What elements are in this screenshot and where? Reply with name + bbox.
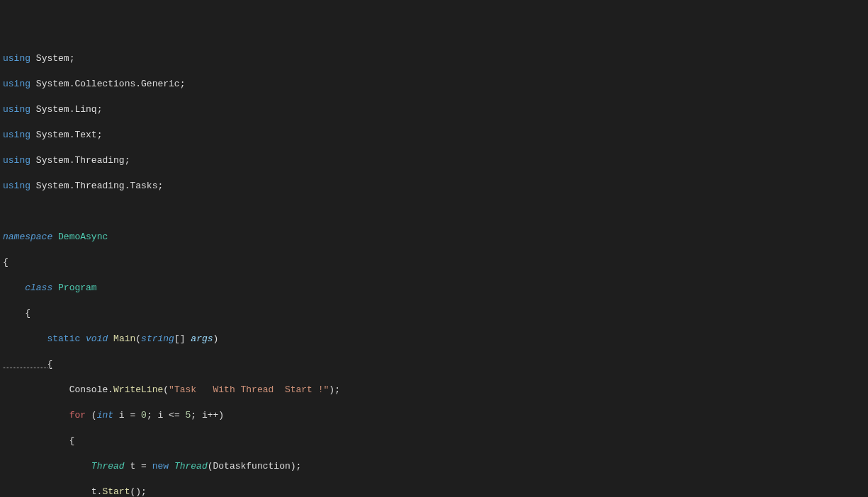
code-line[interactable]: class Program (3, 282, 865, 295)
type-thread: Thread (174, 461, 208, 472)
keyword-void: void (86, 333, 108, 344)
code-line[interactable]: namespace DemoAsync (3, 231, 865, 244)
code-line[interactable]: Thread t = new Thread(Dotaskfunction); (3, 460, 865, 473)
keyword-using: using (3, 130, 30, 140)
keyword-static: static (47, 333, 80, 344)
class-name: Program (58, 282, 97, 293)
var-i: i (119, 410, 125, 421)
code-line[interactable]: static void Main(string[] args) (3, 333, 865, 345)
keyword-using: using (3, 104, 30, 115)
code-line[interactable]: t.Start(); (3, 486, 865, 497)
namespace-ref: System.Threading.Tasks (36, 181, 158, 191)
namespace-name: DemoAsync (58, 232, 108, 242)
keyword-for: for (69, 410, 86, 421)
code-line[interactable]: { (3, 435, 865, 447)
keyword-int: int (97, 410, 113, 421)
keyword-class: class (25, 282, 52, 293)
code-line[interactable]: using System; (3, 52, 865, 65)
keyword-namespace: namespace (3, 232, 52, 242)
code-line[interactable]: { (3, 256, 865, 269)
keyword-using: using (3, 181, 30, 191)
method-writeline: WriteLine (113, 384, 163, 395)
code-line[interactable]: Console.WriteLine("Task With Thread Star… (3, 384, 865, 396)
keyword-using: using (3, 155, 30, 166)
param-args: args (191, 333, 213, 344)
type-thread: Thread (91, 461, 125, 472)
code-line[interactable]: using System.Text; (3, 129, 865, 142)
namespace-ref: System.Threading (36, 155, 125, 166)
namespace-ref: System.Collections.Generic (36, 79, 180, 89)
keyword-new: new (152, 461, 169, 472)
method-ref: Dotaskfunction (213, 461, 291, 472)
namespace-ref: System.Text (36, 130, 97, 140)
code-line[interactable] (3, 205, 865, 218)
code-line[interactable]: using System.Threading; (3, 154, 865, 167)
code-line[interactable]: using System.Threading.Tasks; (3, 180, 865, 193)
number: 0 (141, 410, 147, 421)
string-literal: "Task With Thread Start !" (169, 384, 329, 395)
keyword-using: using (3, 53, 30, 64)
code-line[interactable]: using System.Collections.Generic; (3, 78, 865, 91)
code-line[interactable]: using System.Linq; (3, 103, 865, 116)
code-line[interactable]: for (int i = 0; i <= 5; i++) (3, 409, 865, 422)
namespace-ref: System.Linq (36, 104, 97, 115)
method-main: Main (113, 333, 135, 344)
code-line[interactable]: { (3, 307, 865, 320)
namespace-ref: System (36, 53, 69, 64)
keyword-string: string (141, 333, 174, 344)
method-start: Start (102, 486, 130, 497)
code-line[interactable]: { (3, 358, 865, 371)
keyword-using: using (3, 79, 30, 89)
type-console: Console (69, 384, 108, 395)
